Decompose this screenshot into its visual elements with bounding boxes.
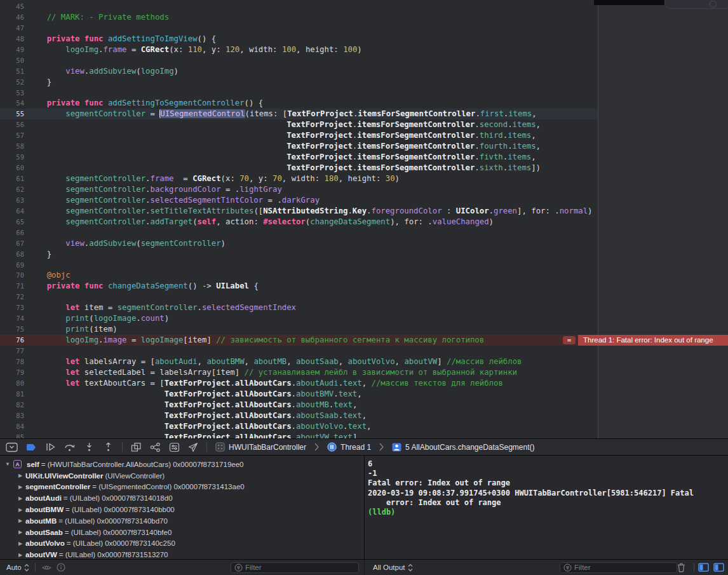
- code-line[interactable]: 57 TextForProject.itemsForSegmentControl…: [0, 130, 598, 141]
- lldb-prompt[interactable]: (lldb): [368, 508, 728, 517]
- step-into-button[interactable]: [84, 441, 95, 454]
- code-line[interactable]: 60 TextForProject.itemsForSegmentControl…: [0, 163, 598, 173]
- line-number[interactable]: 51: [0, 66, 24, 77]
- code-line[interactable]: 79 let selectedLabel = labelsArray[item]…: [0, 367, 598, 378]
- line-number[interactable]: 60: [0, 163, 24, 173]
- code-line[interactable]: 80 let textAboutCars = [TextForProject.a…: [0, 378, 598, 389]
- continue-button[interactable]: [45, 441, 56, 454]
- hide-debug-area-button[interactable]: [6, 441, 18, 454]
- step-over-button[interactable]: [64, 441, 76, 454]
- code-line[interactable]: 61 segmentController.frame = CGRect(x: 7…: [0, 173, 598, 184]
- line-number[interactable]: 72: [0, 292, 24, 302]
- line-number[interactable]: 46: [0, 12, 24, 23]
- code-line[interactable]: 68 }: [0, 249, 598, 260]
- line-number[interactable]: 58: [0, 141, 24, 152]
- line-number[interactable]: 47: [0, 23, 24, 34]
- code-line[interactable]: 45: [0, 1, 598, 12]
- line-number[interactable]: 66: [0, 227, 24, 238]
- line-number[interactable]: 62: [0, 184, 24, 195]
- code-line[interactable]: 77: [0, 346, 598, 356]
- line-number[interactable]: 82: [0, 400, 24, 410]
- code-line[interactable]: 73 let item = segmentController.selected…: [0, 302, 598, 313]
- error-annotation[interactable]: = Thread 1: Fatal error: Index out of ra…: [563, 335, 728, 346]
- variables-view[interactable]: ▼Aself= (HWUITabBarController.AllAboutCa…: [0, 456, 364, 560]
- console-filter-field[interactable]: [560, 562, 677, 573]
- variable-row[interactable]: ▶aboutVW= (UILabel) 0x00007f8731513270: [0, 549, 364, 560]
- code-line[interactable]: 50: [0, 55, 598, 66]
- line-number[interactable]: 50: [0, 55, 24, 66]
- code-line[interactable]: 83 TextForProject.allAboutCars.aboutSaab…: [0, 410, 598, 421]
- line-number[interactable]: 49: [0, 44, 24, 55]
- variable-row[interactable]: ▶aboutMB= (UILabel) 0x00007f873140bd70: [0, 515, 364, 527]
- line-number[interactable]: 55: [0, 109, 24, 119]
- code-line[interactable]: 65 segmentController.addTarget(self, act…: [0, 217, 598, 227]
- variable-row[interactable]: ▶aboutBMW= (UILabel) 0x00007f873140bb00: [0, 504, 364, 515]
- line-number[interactable]: 79: [0, 367, 24, 378]
- variables-filter-field[interactable]: [231, 562, 359, 573]
- code-line[interactable]: 58 TextForProject.itemsForSegmentControl…: [0, 141, 598, 152]
- code-line[interactable]: 81 TextForProject.allAboutCars.aboutBMV.…: [0, 389, 598, 400]
- line-number[interactable]: 83: [0, 410, 24, 421]
- view-hierarchy-button[interactable]: [131, 441, 142, 454]
- code-line[interactable]: 70 @objc: [0, 270, 598, 281]
- code-line[interactable]: 78 let labelsArray = [aboutAudi, aboutBM…: [0, 356, 598, 367]
- line-number[interactable]: 80: [0, 378, 24, 389]
- disclosure-triangle-icon[interactable]: ▶: [17, 473, 24, 478]
- line-number[interactable]: 52: [0, 77, 24, 88]
- console-filter-input[interactable]: [574, 564, 677, 571]
- code-line[interactable]: 46 // MARK: - Private methods: [0, 12, 598, 23]
- line-number[interactable]: 69: [0, 260, 24, 271]
- selected-token[interactable]: UISegmentedControl: [159, 109, 245, 118]
- code-line[interactable]: 54 private func addSettingToSegmentContr…: [0, 98, 598, 109]
- line-number[interactable]: 71: [0, 281, 24, 292]
- code-line[interactable]: 84 TextForProject.allAboutCars.aboutVolv…: [0, 421, 598, 432]
- code-line[interactable]: 51 view.addSubview(logoImg): [0, 66, 598, 77]
- code-line[interactable]: 49 logoImg.frame = CGRect(x: 110, y: 120…: [0, 44, 598, 55]
- disclosure-triangle-icon[interactable]: ▶: [17, 507, 24, 513]
- code-line[interactable]: 56 TextForProject.itemsForSegmentControl…: [0, 119, 598, 130]
- code-line[interactable]: 71 private func changeDataSegment() -> U…: [0, 281, 598, 292]
- line-number[interactable]: 73: [0, 302, 24, 313]
- line-number[interactable]: 64: [0, 206, 24, 217]
- code-line[interactable]: 69: [0, 260, 598, 271]
- variables-filter-input[interactable]: [245, 564, 358, 571]
- line-number[interactable]: 53: [0, 88, 24, 98]
- variable-row[interactable]: ▶aboutAudi= (UILabel) 0x00007f87314018d0: [0, 492, 364, 504]
- clear-console-button[interactable]: [677, 563, 685, 572]
- console-scope-dropdown[interactable]: All Output: [373, 564, 413, 572]
- code-line[interactable]: 85 TextForProject.allAboutCars.aboutVW.t…: [0, 432, 598, 439]
- line-number[interactable]: 84: [0, 421, 24, 432]
- breadcrumb-process[interactable]: HWUITabBarController: [215, 442, 306, 452]
- line-number[interactable]: 65: [0, 217, 24, 227]
- code-line[interactable]: 64 segmentController.setTitleTextAttribu…: [0, 206, 598, 217]
- line-number[interactable]: 57: [0, 130, 24, 141]
- code-line[interactable]: 76 logoImg.image = logoImage[item] // за…: [0, 335, 598, 346]
- line-number[interactable]: 76: [0, 335, 24, 346]
- step-out-button[interactable]: [103, 441, 114, 454]
- line-number[interactable]: 70: [0, 270, 24, 281]
- line-number[interactable]: 48: [0, 34, 24, 44]
- variable-row[interactable]: ▶segmentController= (UISegmentedControl)…: [0, 482, 364, 493]
- code-line[interactable]: 62 segmentController.backgroundColor = .…: [0, 184, 598, 195]
- disclosure-triangle-icon[interactable]: ▶: [17, 541, 24, 546]
- error-badge-icon[interactable]: =: [563, 336, 576, 344]
- breadcrumb-thread[interactable]: Thread 1: [327, 442, 371, 452]
- line-number[interactable]: 75: [0, 324, 24, 335]
- code-line[interactable]: 72: [0, 292, 598, 302]
- disclosure-triangle-icon[interactable]: ▶: [17, 518, 24, 524]
- code-line[interactable]: 47: [0, 23, 598, 34]
- code-line[interactable]: 63 segmentController.selectedSegmentTint…: [0, 195, 598, 206]
- code-line[interactable]: 82 TextForProject.allAboutCars.aboutMB.t…: [0, 400, 598, 410]
- line-number[interactable]: 81: [0, 389, 24, 400]
- line-number[interactable]: 77: [0, 346, 24, 356]
- disclosure-triangle-icon[interactable]: ▶: [17, 529, 24, 535]
- line-number[interactable]: 54: [0, 98, 24, 109]
- variables-view-toggle-icon[interactable]: [698, 563, 709, 572]
- code-line[interactable]: 59 TextForProject.itemsForSegmentControl…: [0, 152, 598, 163]
- code-line[interactable]: 48 private func addSettingToImgView() {: [0, 34, 598, 44]
- disclosure-triangle-icon[interactable]: ▶: [17, 552, 24, 558]
- line-number[interactable]: 63: [0, 195, 24, 206]
- variable-row[interactable]: ▶aboutSaab= (UILabel) 0x00007f873140bfe0: [0, 527, 364, 538]
- variable-row[interactable]: ▶UIKit.UIViewController(UIViewController…: [0, 470, 364, 482]
- disclosure-triangle-icon[interactable]: ▼: [4, 461, 11, 467]
